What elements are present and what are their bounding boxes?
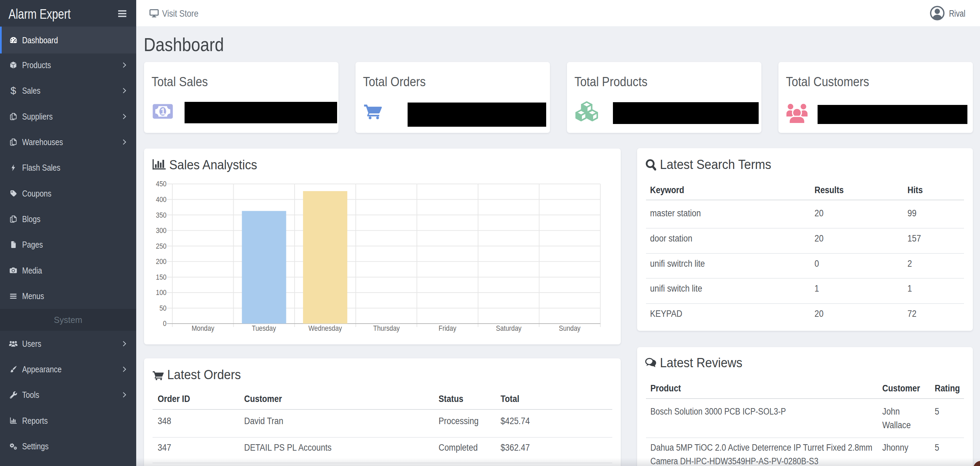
svg-text:1: 1 xyxy=(161,107,165,116)
